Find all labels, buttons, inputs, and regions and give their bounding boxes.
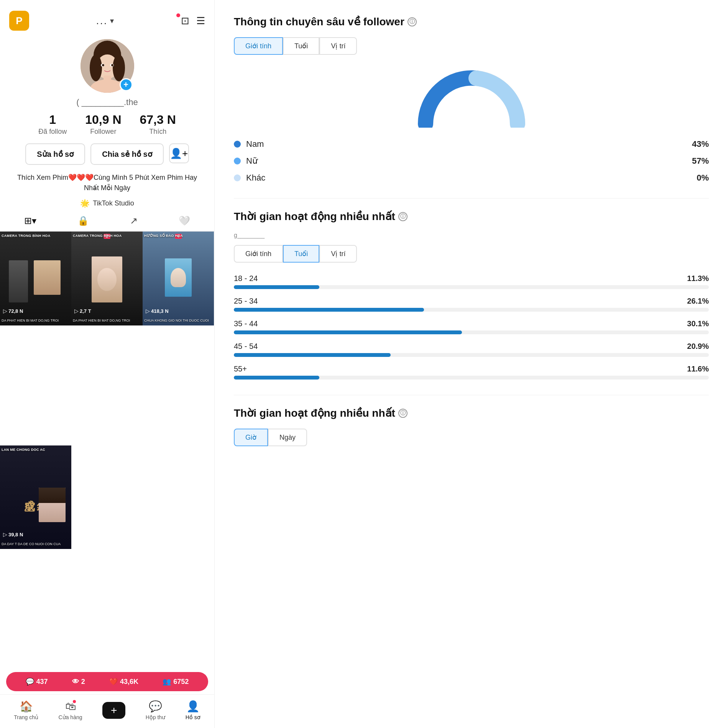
age-row-35-44: 35 - 44 30.1% [234, 319, 709, 334]
svg-point-9 [102, 64, 104, 66]
age-range-55plus: 55+ [234, 365, 247, 373]
age-pct-25-34: 26.1% [687, 297, 709, 306]
bottom-stats-bar: 💬 437 👁 2 ❤️ 43,6K 👥 6752 [6, 672, 208, 691]
profile-label: Hồ sơ [186, 714, 200, 720]
video-card-3[interactable]: 4 HƯỚNG SỐ ĐÀO HOA ▷ 418,3 N CHUA KHONG … [143, 232, 214, 325]
following-count: 1 [49, 113, 56, 127]
age-range-35-44: 35 - 44 [234, 319, 258, 328]
tab-liked[interactable]: 🤍 [179, 215, 190, 226]
nav-home[interactable]: 🏠 Trang chủ [14, 700, 38, 720]
legend-khac: Khác 0% [234, 173, 709, 183]
stat-followers: 10,9 N Follower [85, 113, 121, 136]
nav-inbox[interactable]: 💬 Hộp thư [146, 700, 165, 720]
inbox-label: Hộp thư [146, 714, 165, 720]
video-episode-3: CHUA KHONG GIO NOI THI DUOC CUOI [144, 319, 212, 323]
age-bar-fill-35-44 [234, 330, 462, 334]
likes-label: Thích [149, 128, 166, 136]
eye-icon: 👁 [72, 678, 79, 686]
age-tab-tuoi[interactable]: Tuổi [283, 245, 319, 263]
divider-1 [234, 198, 709, 199]
age-tab-vitri[interactable]: Vị trí [319, 245, 357, 263]
profile-section: + ( _________.the 1 Đã follow 10,9 N Fol… [0, 35, 214, 215]
followers-label: Follower [90, 128, 116, 136]
activity2-info-icon[interactable]: ⓘ [398, 409, 408, 418]
chevron-down-icon: ▾ [110, 16, 114, 25]
khac-pct: 0% [697, 173, 709, 183]
stat-comments: 💬 437 [26, 677, 48, 686]
tab-repost[interactable]: ↗ [130, 215, 138, 226]
comments-value: 437 [36, 678, 48, 686]
tab-location[interactable]: Vị trí [319, 37, 357, 55]
nu-pct: 57% [692, 156, 709, 166]
stat-views: 👁 2 [72, 678, 85, 686]
tiktok-studio-row[interactable]: 🌟 TikTok Studio [80, 199, 134, 208]
truncated-text: g________ [234, 232, 709, 239]
add-follow-button[interactable]: + [120, 78, 133, 91]
nav-shop[interactable]: 🛍 Cửa hàng [59, 700, 82, 720]
nav-profile[interactable]: 👤 Hồ sơ [186, 700, 200, 720]
dots-label: ... [96, 15, 108, 27]
activity1-info-icon[interactable]: ⓘ [398, 212, 408, 221]
age-range-25-34: 25 - 34 [234, 297, 258, 306]
video-card-2[interactable]: 2 CAMERA TRONG BÌNH HOA ▷ 2,7 T DA PHAT … [71, 232, 143, 325]
notification-dot [176, 13, 180, 17]
svg-point-3 [90, 54, 102, 81]
time-filter-tabs: Giờ Ngày [234, 429, 709, 446]
create-button[interactable]: + [102, 702, 125, 719]
video-play-1: ▷ 72,8 N [3, 308, 23, 314]
tab-gender[interactable]: Giới tính [234, 37, 283, 55]
grid-icon: ⊞▾ [24, 215, 36, 226]
username: ( _________.the [76, 97, 138, 107]
edit-profile-button[interactable]: Sửa hồ sơ [25, 143, 85, 165]
activity-section1-title: Thời gian hoạt động nhiều nhất ⓘ [234, 210, 709, 223]
video-episode-2: DA PHAT HIEN BI MAT DO,NG TROI [73, 319, 141, 323]
age-bar-fill-25-34 [234, 308, 424, 312]
khac-dot [234, 174, 241, 181]
menu-icon[interactable]: ☰ [196, 15, 205, 27]
nav-create[interactable]: + [102, 702, 125, 719]
top-bar-left: P [9, 11, 29, 31]
video-episode-1: DA PHAT HIEN BI MAT DO,NG TROI [2, 319, 70, 323]
lock-icon: 🔒 [77, 215, 89, 226]
follower-filter-tabs: Giới tính Tuổi Vị trí [234, 37, 709, 55]
tab-grid[interactable]: ⊞▾ [24, 215, 36, 226]
share-profile-button[interactable]: Chia sẻ hồ sơ [90, 143, 163, 165]
age-bar-bg-25-34 [234, 308, 709, 312]
home-label: Trang chủ [14, 714, 38, 720]
follower-info-icon[interactable]: ⓘ [408, 17, 417, 26]
bookmark-icon[interactable]: ⊡ [181, 15, 189, 26]
time-tab-ngay[interactable]: Ngày [268, 429, 307, 446]
tab-age[interactable]: Tuổi [283, 37, 319, 55]
video-play-2: ▷ 2,7 T [74, 308, 91, 314]
age-bar-bg-55plus [234, 376, 709, 380]
add-friend-button[interactable]: 👤+ [169, 143, 189, 163]
age-tab-gender[interactable]: Giới tính [234, 245, 283, 263]
video-label-1: CAMERA TRONG BÌNH HOA [2, 234, 70, 238]
donut-chart [418, 66, 525, 128]
age-filter-tabs: Giới tính Tuổi Vị trí [234, 245, 709, 263]
heart-filled-icon: ❤️ [109, 677, 118, 686]
age-row-18-24: 18 - 24 11.3% [234, 274, 709, 289]
tab-lock[interactable]: 🔒 [77, 215, 89, 226]
likes-value: 43,6K [120, 678, 138, 686]
right-panel: Thông tin chuyên sâu về follower ⓘ Giới … [215, 0, 728, 728]
svg-point-4 [113, 54, 125, 81]
age-row-45-54: 45 - 54 20.9% [234, 342, 709, 357]
age-bar-fill-45-54 [234, 353, 391, 357]
video-label-3: HƯỚNG SỐ ĐÀO HOA [144, 234, 212, 238]
account-switcher[interactable]: ... ▾ [96, 15, 114, 27]
video-card-1[interactable]: CAMERA TRONG BÌNH HOA ▷ 72,8 N DA PHAT H… [0, 232, 71, 325]
top-bar-right: ⊡ ☰ [181, 15, 205, 27]
age-pct-18-24: 11.3% [687, 274, 709, 283]
age-bar-fill-55plus [234, 376, 319, 380]
activity-section2-title: Thời gian hoạt động nhiều nhất ⓘ [234, 407, 709, 419]
time-tab-gio[interactable]: Giờ [234, 429, 268, 446]
video-card-4[interactable]: LAN ME CHONG DOC AC 八年 成空 ▷ 39,8 N DA DA… [0, 445, 71, 549]
followers-bar-value: 6752 [173, 678, 189, 686]
inbox-icon: 💬 [149, 700, 162, 713]
nam-label: Nam [246, 139, 264, 149]
follower-section-title: Thông tin chuyên sâu về follower ⓘ [234, 15, 709, 28]
donut-chart-wrapper [234, 66, 709, 128]
views-value: 2 [81, 678, 85, 686]
age-bar-fill-18-24 [234, 285, 319, 289]
